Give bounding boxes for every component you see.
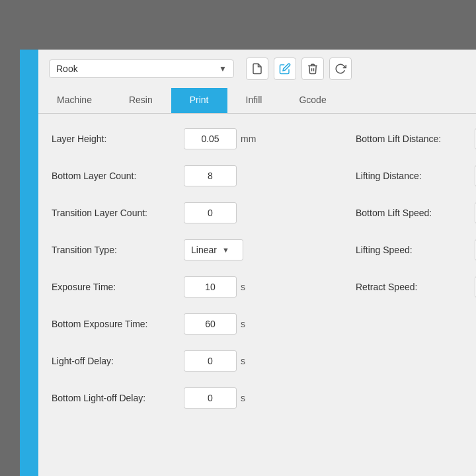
- bottom-lift-speed-row: Bottom Lift Speed:: [356, 201, 476, 225]
- bottom-exposure-time-input[interactable]: [184, 313, 237, 335]
- exposure-time-row: Exposure Time: s: [52, 275, 356, 299]
- tab-machine[interactable]: Machine: [38, 88, 110, 113]
- refresh-button[interactable]: [329, 58, 352, 80]
- transition-type-value: Linear: [191, 245, 217, 255]
- transition-layer-count-label: Transition Layer Count:: [52, 208, 184, 218]
- main-panel: Rook ▼: [20, 50, 476, 476]
- bottom-lift-distance-label: Bottom Lift Distance:: [356, 134, 475, 144]
- chevron-down-icon: ▼: [219, 64, 227, 73]
- layer-height-unit: mm: [241, 134, 254, 144]
- left-column: Layer Height: mm Bottom Layer Count: Tra…: [52, 127, 356, 423]
- layer-height-row: Layer Height: mm: [52, 127, 356, 151]
- bottom-light-off-delay-row: Bottom Light-off Delay: s: [52, 386, 356, 410]
- edit-button[interactable]: [274, 58, 296, 80]
- right-column: Bottom Lift Distance: Lifting Distance: …: [356, 127, 476, 423]
- profile-select[interactable]: Rook ▼: [49, 60, 234, 78]
- transition-type-row: Transition Type: Linear ▼: [52, 238, 356, 262]
- bottom-layer-count-input[interactable]: [184, 165, 237, 186]
- bottom-light-off-delay-input[interactable]: [184, 387, 237, 409]
- retract-speed-label: Retract Speed:: [356, 282, 475, 292]
- delete-button[interactable]: [301, 58, 324, 80]
- tab-gcode[interactable]: Gcode: [280, 88, 344, 113]
- layer-height-input[interactable]: [184, 128, 237, 149]
- profile-value: Rook: [56, 63, 78, 74]
- exposure-time-unit: s: [241, 282, 254, 292]
- transition-type-dropdown[interactable]: Linear ▼: [184, 239, 243, 260]
- bottom-lift-distance-row: Bottom Lift Distance:: [356, 127, 476, 151]
- bottom-layer-count-row: Bottom Layer Count:: [52, 164, 356, 188]
- bottom-light-off-delay-unit: s: [241, 393, 254, 403]
- exposure-time-label: Exposure Time:: [52, 282, 184, 292]
- lifting-speed-label: Lifting Speed:: [356, 245, 475, 255]
- chevron-down-icon: ▼: [222, 246, 229, 254]
- tab-resin[interactable]: Resin: [110, 88, 171, 113]
- light-off-delay-label: Light-off Delay:: [52, 356, 184, 366]
- tab-infill[interactable]: Infill: [227, 88, 281, 113]
- save-button[interactable]: [246, 58, 268, 80]
- transition-type-label: Transition Type:: [52, 245, 184, 255]
- bottom-exposure-time-row: Bottom Exposure Time: s: [52, 312, 356, 336]
- toolbar: Rook ▼: [38, 50, 476, 88]
- exposure-time-input[interactable]: [184, 276, 237, 298]
- light-off-delay-unit: s: [241, 356, 254, 366]
- layer-height-label: Layer Height:: [52, 134, 184, 144]
- transition-layer-count-row: Transition Layer Count:: [52, 201, 356, 225]
- tab-print[interactable]: Print: [171, 88, 227, 113]
- lifting-speed-row: Lifting Speed:: [356, 238, 476, 262]
- transition-layer-count-input[interactable]: [184, 202, 237, 223]
- bottom-light-off-delay-label: Bottom Light-off Delay:: [52, 393, 184, 403]
- light-off-delay-input[interactable]: [184, 350, 237, 372]
- tabs-bar: Machine Resin Print Infill Gcode: [38, 88, 476, 114]
- bottom-layer-count-label: Bottom Layer Count:: [52, 171, 184, 181]
- light-off-delay-row: Light-off Delay: s: [52, 349, 356, 373]
- bottom-lift-speed-label: Bottom Lift Speed:: [356, 208, 475, 218]
- retract-speed-row: Retract Speed:: [356, 275, 476, 299]
- top-bar: [0, 0, 476, 50]
- bottom-exposure-time-label: Bottom Exposure Time:: [52, 319, 184, 329]
- lifting-distance-row: Lifting Distance:: [356, 164, 476, 188]
- blue-side-bar: [20, 50, 38, 476]
- bottom-exposure-time-unit: s: [241, 319, 254, 329]
- lifting-distance-label: Lifting Distance:: [356, 171, 475, 181]
